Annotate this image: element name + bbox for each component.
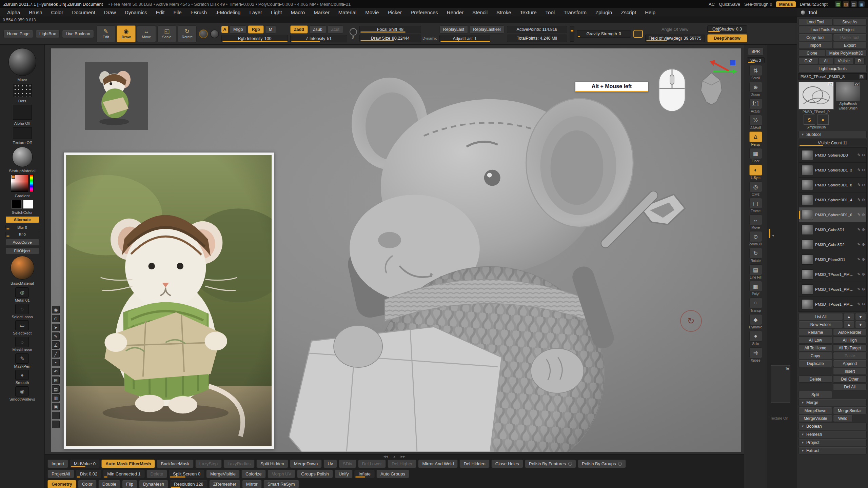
menu-item[interactable]: Draw [100, 9, 120, 15]
tray-button[interactable]: Mirror And Weld [418, 460, 458, 468]
tray-button[interactable]: Dist 0.02 [76, 470, 101, 478]
polypaint-icon[interactable] [857, 257, 861, 262]
material-thumbnail[interactable] [12, 147, 33, 167]
view-control-button[interactable]: ⊕ Zoom [748, 82, 764, 97]
tray-button[interactable]: Del Lower [358, 460, 386, 468]
polypaint-icon[interactable] [857, 272, 861, 277]
subtool-action-button[interactable]: Boolean [798, 423, 867, 430]
view-control-button[interactable]: 1:1 Actual [748, 98, 764, 113]
lightbox-button[interactable]: LightBox [36, 30, 60, 38]
sculpt-mode-button[interactable]: Zcut [328, 25, 343, 34]
focal-dial[interactable]: S [350, 28, 357, 40]
brush-slot[interactable]: ▭ SelectRect [13, 320, 32, 336]
subtool-action-button[interactable]: Split [798, 391, 832, 398]
subtool-row[interactable]: PM3D_TPose1_PM3D_Sphere3 [799, 267, 866, 282]
rgb-intensity-slider[interactable]: Rgb Intensity100 [221, 35, 288, 42]
menu-item[interactable]: Light [267, 9, 287, 15]
menu-item[interactable]: I-Brush [186, 9, 211, 15]
tray-arrow-icon[interactable]: ▶▶ [400, 455, 405, 458]
subtool-row[interactable]: PM3D_Sphere3D1_3 [799, 163, 866, 178]
brush-slot[interactable]: ✎ MaskPen [14, 353, 31, 369]
subtool-action-button[interactable]: List All [798, 313, 843, 320]
menu-item[interactable]: Stroke [492, 9, 515, 15]
subtool-action-button[interactable]: Extract [798, 447, 867, 454]
tool-button[interactable]: GoZ [798, 57, 818, 64]
tray-button[interactable]: Polish By Features [525, 460, 576, 468]
tray-button[interactable]: Uv [323, 460, 337, 468]
titlebar-button[interactable]: See-through 0 [744, 2, 772, 7]
titlebar-mini-icon[interactable]: ▦ [835, 1, 841, 7]
panel-scrollbar-thumb[interactable] [769, 229, 770, 238]
canvas-strip-icon[interactable] [52, 421, 60, 428]
subtool-action-button[interactable]: Project [798, 439, 867, 446]
field-of-view-slider[interactable]: Field of view(deg)39.59775 [645, 35, 705, 42]
active-tool-thumbnail[interactable]: 22 [798, 82, 834, 109]
tool-palette-header[interactable]: Tool [797, 8, 868, 17]
view-control-button[interactable]: ▢ Frame [748, 198, 764, 213]
canvas-strip-icon[interactable]: • [52, 359, 60, 366]
document-canvas[interactable]: Alt + Mouse left [51, 48, 741, 452]
canvas-strip-icon[interactable] [52, 412, 60, 419]
focal-shift-slider[interactable]: Focal Shift48 [359, 26, 421, 33]
tray-button[interactable]: ProjectAll [47, 470, 74, 478]
bpr-button[interactable]: BPR [748, 47, 764, 56]
titlebar-button[interactable]: DefaultZScript [800, 2, 828, 7]
menu-item[interactable]: J-Modeling [211, 9, 245, 15]
adjust-last-slider[interactable]: AdjustLast1 [439, 35, 490, 42]
document-thumbnail[interactable] [85, 62, 148, 130]
titlebar-button[interactable]: Menus [776, 1, 795, 7]
tray-button[interactable]: Min Connected 1 [103, 470, 144, 478]
texture-preview-box[interactable]: Te [771, 365, 790, 403]
view-angle-icon[interactable] [633, 30, 643, 38]
tray-button[interactable]: Groups Polish [297, 470, 333, 478]
current-tool-row[interactable]: PM3D_TPose1_PM3D_S R [798, 73, 867, 80]
subtool-action-button[interactable]: Merge [798, 399, 867, 406]
menu-item[interactable]: Render [442, 9, 468, 15]
menu-item[interactable]: Layer [245, 9, 267, 15]
tray-button[interactable]: Color [78, 480, 97, 488]
visibility-eye-icon[interactable] [862, 198, 865, 202]
subtool-action-button[interactable]: All Low [798, 337, 832, 344]
menu-item[interactable]: Preferences [406, 9, 442, 15]
dynamic-toggle[interactable]: Dynamic [422, 36, 437, 40]
tray-button[interactable]: DynaMesh [139, 480, 168, 488]
tray-button[interactable]: MergeDown [290, 460, 322, 468]
tool-button[interactable]: Load Tools From Project [798, 26, 867, 33]
menu-item[interactable]: Texture [515, 9, 541, 15]
polypaint-icon[interactable] [857, 227, 861, 232]
current-brush-thumbnail[interactable] [8, 48, 36, 76]
tool-button[interactable]: Visible [834, 57, 854, 64]
paint-mode-button[interactable]: M [265, 25, 276, 34]
view-control-button[interactable]: ◌ Transp [748, 298, 764, 312]
visibility-eye-icon[interactable] [862, 272, 865, 277]
replay-button[interactable]: ReplayLastRel [469, 25, 504, 34]
alpha-thumbnail[interactable] [13, 105, 32, 120]
visibility-eye-icon[interactable] [862, 153, 865, 157]
blur-slider[interactable]: Blur 0 [5, 225, 39, 230]
titlebar-mini-icon[interactable]: ▣ [859, 1, 865, 7]
subtool-row[interactable]: PM3D_Plane3D1 [799, 252, 866, 267]
tool-button[interactable]: Make PolyMesh3D [826, 49, 867, 57]
quick-pick-brush[interactable]: S [804, 115, 815, 125]
subtool-action-button[interactable]: Duplicate [798, 360, 832, 367]
menu-item[interactable]: Help [640, 9, 660, 15]
hue-strip[interactable] [29, 175, 34, 192]
subtool-action-button[interactable]: Rename [798, 329, 832, 336]
view-control-button[interactable]: ⇉ Xpose [748, 347, 764, 362]
menu-item[interactable]: Macro [287, 9, 310, 15]
canvas-strip-icon[interactable]: ∠ [52, 341, 60, 349]
tray-button[interactable]: Auto Groups [376, 470, 409, 478]
tool-button[interactable]: Paste Tool [833, 34, 867, 41]
tray-arrow-icon[interactable]: ◀◀ [383, 455, 388, 458]
secondary-color-swatch[interactable] [23, 200, 33, 209]
transform-mode-button[interactable]: ↔ Move [137, 25, 156, 42]
tool-button[interactable]: All [819, 57, 833, 64]
visible-count-slider[interactable]: Visible Count 11 [798, 139, 867, 146]
menu-item[interactable]: Brush [24, 9, 46, 15]
tray-button[interactable]: Polish By Groups [578, 460, 626, 468]
subtool-action-button[interactable]: AutoReorder [833, 329, 867, 336]
sculpt-mode-button[interactable]: Zadd [290, 25, 308, 34]
tray-button[interactable]: MidValue 0 [70, 460, 100, 468]
subtool-action-button[interactable]: Remesh [798, 431, 867, 438]
polypaint-icon[interactable] [857, 212, 861, 217]
